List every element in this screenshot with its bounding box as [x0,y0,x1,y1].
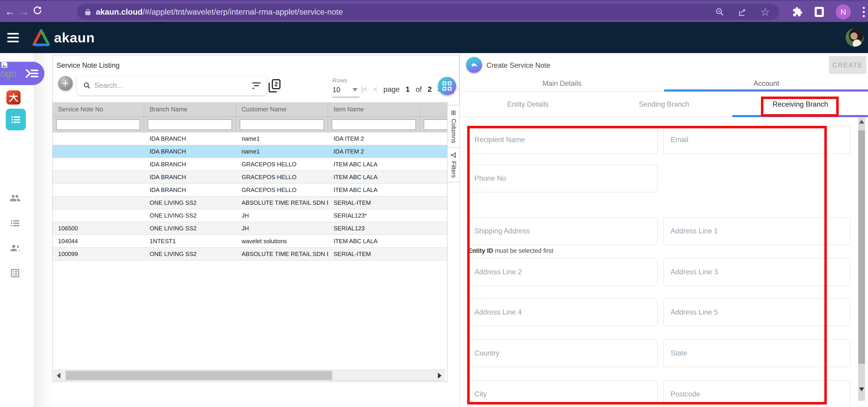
filter-sort-icon[interactable] [252,82,260,89]
side-panel-icon[interactable] [815,7,824,17]
table-cell-extra [420,222,447,234]
grid-icon [442,82,452,91]
table-cell-branch-name: IDA BRANCH [144,132,236,145]
active-tab-underline [664,90,868,92]
duplicate-pages-icon[interactable]: 2 [269,79,280,92]
address-line-4-field[interactable] [467,298,658,326]
table-row[interactable]: ONE LIVING SS2ABSOLUTE TIME RETAIL SDN B… [53,196,447,209]
sidebar-item-records[interactable] [10,268,21,279]
sidebar-app-tile[interactable] [6,90,21,104]
table-row[interactable]: 1040441NTEST1wavelet solutionsITEM ABC L… [53,235,447,248]
table-cell-item-name: SERIAL123* [328,209,420,222]
filter-input-item-name[interactable] [332,119,416,130]
grid-view-button[interactable] [438,77,456,95]
column-header[interactable]: Item Name [328,102,420,117]
filter-input-branch-name[interactable] [148,119,232,130]
tab-receiving-branch[interactable]: Receiving Branch [732,92,868,117]
tenant-logo-banner[interactable]: ogo [0,62,44,85]
shipping-address-field[interactable] [467,217,658,245]
table-row[interactable]: 106500ONE LIVING SS2JHSERIAL123 [53,222,447,235]
list-icon [10,114,22,125]
browser-forward-icon[interactable]: → [17,5,31,18]
browser-actions: N [792,1,865,23]
sidebar-item-listing[interactable] [10,218,21,229]
filters-tab[interactable]: Filters [447,148,459,183]
share-icon[interactable] [738,7,747,17]
filter-input-customer-name[interactable] [240,119,324,130]
listing-title: Service Note Listing [57,61,120,69]
scroll-right-icon[interactable] [438,373,441,379]
scroll-left-icon[interactable] [57,373,60,379]
zoom-out-icon[interactable] [715,7,724,17]
reload-icon [32,5,42,15]
city-field[interactable] [467,380,658,407]
address-line-5-field[interactable] [663,298,850,326]
address-bar[interactable]: akaun.cloud/#/applet/tnt/wavelet/erp/int… [77,4,779,20]
columns-lines-icon [450,109,457,116]
browser-menu-icon[interactable] [863,7,865,17]
table-row[interactable]: IDA BRANCHGRACEPOS HELLOITEM ABC LALA [53,184,447,196]
postcode-field[interactable] [663,380,850,407]
bookmark-star-icon[interactable]: ☆ [761,6,770,18]
brand-logo[interactable]: akaun [32,28,95,47]
create-button[interactable]: CREATE [829,56,866,74]
address-line-3-field[interactable] [663,258,850,286]
phone-no-field[interactable] [467,164,658,192]
table-row[interactable]: IDA BRANCHname1IDA ITEM 2 [53,132,447,145]
first-page-button[interactable]: |< [361,85,367,94]
columns-tab[interactable]: Columns [447,105,459,148]
table-row[interactable]: IDA BRANCHGRACEPOS HELLOITEM ABC LALA [53,171,447,184]
table-cell-item-name: ITEM ABC LALA [328,158,420,170]
filter-input-service-note-no[interactable] [56,119,140,130]
user-avatar[interactable] [845,28,864,47]
vertical-scroll-thumb[interactable] [858,130,865,364]
expand-sidebar-icon[interactable] [25,68,38,79]
address-line-2-field[interactable] [467,258,658,286]
state-field[interactable] [663,339,850,367]
active-subtab-underline [732,115,868,117]
table-row[interactable]: 100099ONE LIVING SS2ABSOLUTE TIME RETAIL… [53,248,447,260]
scroll-up-icon[interactable] [859,120,864,124]
add-service-note-button[interactable]: + [58,76,73,91]
column-header[interactable]: Service Note No [53,102,144,117]
table-cell-service-note-no [53,184,144,196]
table-row[interactable]: IDA BRANCHname1IDA ITEM 2 [53,145,447,158]
search-input[interactable] [94,82,252,90]
column-header-extra [420,102,447,117]
sidebar-item-customers[interactable] [10,193,21,204]
filter-input-extra[interactable] [424,119,447,130]
table-cell-extra [420,184,447,196]
browser-reload-icon[interactable] [31,5,44,18]
browser-back-icon[interactable]: ← [3,5,17,18]
tab-entity-details[interactable]: Entity Details [460,92,596,117]
tab-main-details[interactable]: Main Details [460,75,664,92]
search-icon [83,82,91,90]
tab-sending-branch[interactable]: Sending Branch [596,92,732,117]
country-field[interactable] [467,339,658,367]
tab-account[interactable]: Account [664,75,868,92]
table-row[interactable]: ONE LIVING SS2JHSERIAL123* [53,209,447,222]
hamburger-menu-icon[interactable] [7,33,19,42]
column-header[interactable]: Customer Name [236,102,328,117]
extensions-puzzle-icon[interactable] [792,7,803,17]
horizontal-scroll-thumb[interactable] [66,371,332,380]
sidebar-item-service-notes-active[interactable] [6,109,26,130]
rows-per-page-select[interactable]: 10 [333,86,360,97]
browser-profile-badge[interactable]: N [836,4,851,20]
horizontal-scrollbar[interactable] [53,370,445,381]
recipient-name-field[interactable] [467,126,658,154]
prev-page-button[interactable]: < [373,85,377,94]
table-row[interactable]: IDA BRANCHGRACEPOS HELLOITEM ABC LALA [53,158,447,171]
address-line-1-field[interactable] [663,217,850,245]
column-header[interactable]: Branch Name [144,102,236,117]
table-cell-item-name: IDA ITEM 2 [328,145,420,158]
sidebar-item-users[interactable] [10,243,21,253]
table-cell-customer-name: ABSOLUTE TIME RETAIL SDN B... [236,196,328,209]
table-cell-customer-name: GRACEPOS HELLO [236,171,328,183]
back-button[interactable] [466,57,482,73]
vertical-scrollbar[interactable] [858,118,865,401]
address-bar-icons: ☆ [715,6,770,18]
scroll-down-icon[interactable] [859,387,864,391]
sidebar: ogo [0,53,34,407]
email-field[interactable] [663,126,850,154]
